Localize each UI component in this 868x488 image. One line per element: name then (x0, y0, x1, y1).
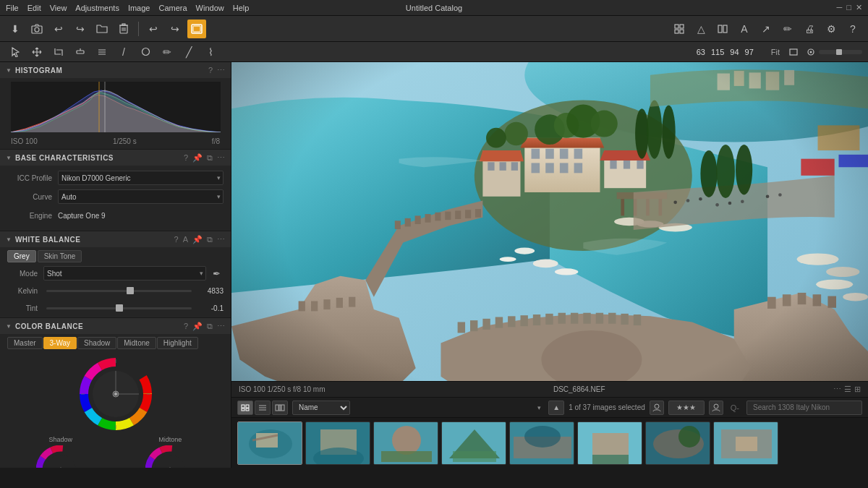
cb-help-icon[interactable]: ? (184, 322, 188, 331)
straighten-tool[interactable] (71, 43, 90, 61)
cb-tab-midtone[interactable]: Midtone (117, 337, 156, 349)
import-btn[interactable]: ⬇ (6, 20, 25, 38)
search-input[interactable] (746, 401, 862, 415)
menu-file[interactable]: File (6, 4, 19, 12)
kelvin-track[interactable] (46, 290, 192, 292)
user2-icon-btn[interactable] (709, 401, 723, 415)
filmstrip-thumb-3[interactable] (373, 421, 438, 465)
menu-view[interactable]: View (50, 4, 67, 12)
filmstrip-thumb-5[interactable] (509, 421, 574, 465)
menu-edit[interactable]: Edit (27, 4, 41, 12)
nav-icons-btn[interactable]: ☰ (844, 385, 851, 394)
menu-image[interactable]: Image (128, 4, 150, 12)
cb-pin-icon[interactable]: 📌 (192, 322, 203, 331)
folder-btn[interactable] (93, 20, 111, 38)
wb-tab-grey[interactable]: Grey (7, 250, 36, 262)
select-tool[interactable] (6, 43, 25, 61)
maximize-btn[interactable]: □ (846, 3, 851, 12)
midtone-color-wheel[interactable] (145, 445, 195, 468)
cb-header[interactable]: ▼ COLOR BALANCE ? 📌 ⧉ ⋯ (0, 318, 231, 334)
cb-more-icon[interactable]: ⋯ (217, 322, 225, 331)
menu-window[interactable]: Window (196, 4, 224, 12)
brush-tool[interactable]: ✏ (158, 43, 176, 61)
base-char-more-icon[interactable]: ⋯ (217, 153, 225, 163)
compare-btn[interactable] (713, 20, 732, 38)
rating-filter-btn[interactable]: ★★★ (668, 401, 705, 415)
curve-select[interactable]: Auto (58, 189, 224, 204)
arrow-btn[interactable]: ↗ (757, 20, 775, 38)
cb-copy-icon[interactable]: ⧉ (207, 322, 213, 331)
filmstrip-thumb-8[interactable] (713, 421, 778, 465)
measure-tool[interactable]: ⌇ (201, 43, 220, 61)
rotate-right-btn[interactable]: ↪ (166, 20, 184, 38)
minimize-btn[interactable]: ─ (837, 3, 843, 12)
svg-point-195 (524, 426, 561, 448)
wb-auto-icon[interactable]: A (183, 235, 188, 244)
circle-tool[interactable] (136, 43, 155, 61)
icc-select[interactable]: Nikon D7000 Generic (58, 171, 224, 185)
filmstrip-grid-btn[interactable] (237, 401, 253, 415)
sort-order-btn[interactable]: ▲ (548, 401, 564, 415)
sort-select[interactable]: Name Date Rating (292, 401, 350, 415)
shadow-color-wheel[interactable] (36, 445, 85, 468)
menu-adjustments[interactable]: Adjustments (75, 4, 119, 12)
cb-tab-master[interactable]: Master (7, 337, 43, 349)
fit-icon[interactable] (784, 43, 803, 61)
redo-btn[interactable]: ↪ (71, 20, 90, 38)
image-view[interactable] (231, 62, 868, 381)
wb-eyedropper-btn[interactable]: ✒ (209, 266, 224, 281)
line-tool[interactable]: ╱ (179, 43, 198, 61)
print-btn[interactable]: 🖨 (800, 20, 819, 38)
close-btn[interactable]: ✕ (856, 3, 862, 12)
spot-tool[interactable]: / (114, 43, 133, 61)
kelvin-thumb[interactable] (127, 287, 134, 294)
filmstrip-strip-btn[interactable] (272, 401, 288, 415)
rotate-left-btn[interactable]: ↩ (144, 20, 163, 38)
filmstrip-list-btn[interactable] (255, 401, 271, 415)
text-btn[interactable]: A (735, 20, 754, 38)
menu-help[interactable]: Help (233, 4, 250, 12)
delete-btn[interactable] (114, 20, 133, 38)
nav-grid-btn[interactable]: ⊞ (854, 385, 861, 394)
wb-mode-select[interactable]: Shot (43, 266, 206, 281)
wb-tab-skintone[interactable]: Skin Tone (38, 250, 82, 262)
wb-help-icon[interactable]: ? (174, 235, 179, 244)
tint-track[interactable] (46, 307, 192, 309)
filmstrip-thumb-2[interactable] (305, 421, 370, 465)
nav-prev-icon[interactable]: ⋯ (833, 385, 841, 394)
histogram-more-icon[interactable]: ⋯ (217, 66, 225, 75)
move-tool[interactable] (27, 43, 46, 61)
base-char-copy-icon[interactable]: ⧉ (207, 153, 213, 163)
camera-btn[interactable] (27, 20, 46, 38)
cb-tab-highlight[interactable]: Highlight (157, 337, 198, 349)
pen-btn[interactable]: ✏ (778, 20, 797, 38)
main-color-wheel[interactable] (80, 358, 152, 430)
base-char-help-icon[interactable]: ? (184, 153, 188, 163)
warning-btn[interactable]: △ (692, 20, 710, 38)
undo-btn[interactable]: ↩ (49, 20, 68, 38)
histogram-help-icon[interactable]: ? (208, 66, 213, 75)
menu-camera[interactable]: Camera (158, 4, 187, 12)
filmstrip-thumb-6[interactable] (577, 421, 642, 465)
cb-tab-3way[interactable]: 3-Way (43, 337, 77, 349)
help-btn[interactable]: ? (843, 20, 862, 38)
filmstrip-thumb-4[interactable] (441, 421, 506, 465)
wb-more-icon[interactable]: ⋯ (217, 235, 225, 244)
active-tool[interactable] (187, 20, 206, 38)
wb-header[interactable]: ▼ WHITE BALANCE ? A 📌 ⧉ ⋯ (0, 231, 231, 247)
wb-copy-icon[interactable]: ⧉ (207, 235, 213, 244)
tint-thumb[interactable] (116, 304, 123, 312)
filmstrip-thumb-7[interactable] (645, 421, 710, 465)
crop-tool[interactable] (49, 43, 68, 61)
filmstrip-thumb-1[interactable] (237, 421, 302, 465)
base-char-header[interactable]: ▼ BASE CHARACTERISTICS ? 📌 ⧉ ⋯ (0, 150, 231, 166)
grid-view-btn[interactable] (670, 20, 689, 38)
user-icon-btn[interactable] (650, 401, 664, 415)
transform-tool[interactable] (93, 43, 111, 61)
cb-tab-shadow[interactable]: Shadow (77, 337, 116, 349)
wb-pin-icon[interactable]: 📌 (192, 235, 203, 244)
settings-btn[interactable]: ⚙ (822, 20, 841, 38)
base-char-pin-icon[interactable]: 📌 (192, 153, 203, 163)
engine-label: Engine (7, 212, 58, 220)
histogram-header[interactable]: ▼ HISTOGRAM ? ⋯ (0, 62, 231, 78)
